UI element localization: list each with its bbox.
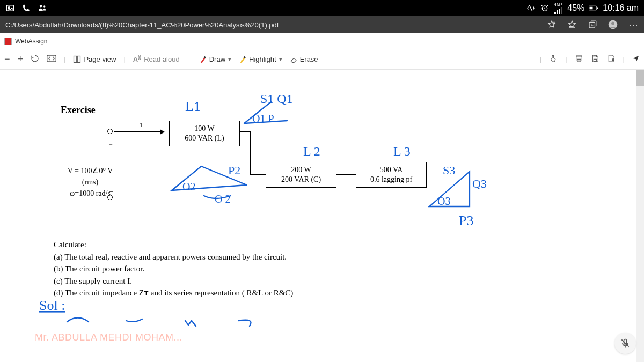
svg-rect-13	[78, 56, 80, 63]
plus-terminal: +	[109, 141, 113, 149]
profile-icon[interactable]	[608, 19, 618, 30]
svg-rect-20	[594, 59, 596, 61]
box2-line2: 200 VAR (C)	[281, 175, 321, 184]
wire	[240, 131, 251, 132]
pdf-page: Exercise 1 + − 100 W 600 VAR (L) 200 W 2…	[3, 70, 518, 362]
source-line1: V = 100∠0° V	[61, 165, 120, 176]
svg-point-1	[8, 7, 10, 9]
wire	[250, 131, 251, 174]
fit-page-icon[interactable]	[47, 55, 56, 64]
browser-tab[interactable]: WebAssign	[0, 33, 644, 49]
label-one: 1	[140, 121, 143, 129]
box1-line1: 100 W	[194, 124, 214, 134]
ink-L1: L1	[185, 99, 201, 114]
source-info: V = 100∠0° V (rms) ω=1000 rad/s	[61, 165, 120, 199]
save-as-icon[interactable]	[607, 54, 616, 64]
load-box-3: 500 VA 0.6 lagging pf	[356, 162, 427, 188]
contents-collapse-icon[interactable]: −	[4, 54, 10, 65]
print-icon[interactable]	[575, 54, 583, 64]
circuit-node-top	[107, 129, 113, 134]
item-d: (d) The circuit impedance Zᴛ and its ser…	[54, 287, 440, 299]
mic-muted-button[interactable]	[614, 333, 636, 354]
battery-icon	[589, 3, 598, 13]
tab-favicon-icon	[4, 38, 12, 45]
current-arrow-head	[160, 129, 165, 135]
eraser-icon	[290, 56, 297, 63]
page-view-button[interactable]: Page view	[73, 55, 116, 63]
favorites-list-icon[interactable]	[567, 19, 577, 30]
draw-label: Draw	[209, 55, 225, 63]
touch-icon[interactable]	[549, 54, 558, 64]
erase-button[interactable]: Erase	[290, 55, 318, 63]
rotate-reset-icon[interactable]	[31, 54, 39, 64]
ink-sol: Sol :	[39, 298, 65, 313]
scroll-thumb[interactable]	[636, 70, 644, 86]
highlight-label: Highlight	[249, 55, 276, 63]
pdf-viewport[interactable]: Exercise 1 + − 100 W 600 VAR (L) 200 W 2…	[0, 70, 644, 362]
tab-title: WebAssign	[15, 38, 47, 45]
box1-line2: 600 VAR (L)	[185, 134, 224, 143]
highlight-button[interactable]: Highlight ▾	[239, 55, 282, 63]
more-menu-icon[interactable]: ⋯	[628, 19, 639, 30]
chevron-down-icon: ▾	[228, 56, 231, 63]
vertical-scrollbar[interactable]	[636, 70, 644, 362]
draw-button[interactable]: Draw ▾	[199, 55, 231, 63]
source-line2: (rms)	[61, 176, 120, 188]
pen-red-icon	[199, 56, 207, 63]
read-aloud-button[interactable]: A)) Read aloud	[133, 55, 180, 63]
pin-toolbar-icon[interactable]	[632, 55, 640, 64]
mic-off-icon	[620, 338, 631, 349]
svg-point-10	[611, 22, 614, 25]
chevron-down-icon: ▾	[279, 56, 282, 63]
ink-L3: L 3	[393, 144, 411, 158]
url-field[interactable]: C:/Users/Abdullah/Downloads/(8)%20Chapte…	[5, 21, 541, 29]
svg-rect-19	[594, 55, 596, 57]
source-line3: ω=1000 rad/s	[61, 188, 120, 199]
svg-point-2	[40, 5, 42, 8]
ink-O2: O2	[182, 181, 195, 193]
current-arrow-line	[114, 131, 163, 132]
box3-line2: 0.6 lagging pf	[370, 175, 412, 184]
box2-line1: 200 W	[291, 165, 311, 175]
ink-L2: L 2	[303, 144, 320, 158]
item-b: (b) The circuit power factor.	[54, 263, 440, 275]
browser-address-row: C:/Users/Abdullah/Downloads/(8)%20Chapte…	[0, 16, 644, 33]
box3-line1: 500 VA	[380, 165, 403, 175]
ink-P2: P2	[228, 164, 240, 177]
author-watermark: Mr. ABDULLA MEHDI MOHAM...	[35, 332, 182, 343]
pdf-toolbar: − + | Page view | A)) Read aloud Draw ▾ …	[0, 49, 644, 70]
save-icon[interactable]	[591, 54, 599, 64]
read-aloud-label: Read aloud	[144, 55, 180, 63]
battery-percent: 45%	[567, 3, 584, 13]
wire	[250, 174, 266, 175]
ink-O3: O3	[437, 195, 450, 207]
load-box-1: 100 W 600 VAR (L)	[169, 121, 240, 146]
android-status-bar: 4G+ 45% 10:16 am	[0, 0, 644, 16]
ink-O1P: O1 P	[252, 113, 274, 124]
svg-rect-7	[597, 8, 598, 9]
load-box-2: 200 W 200 VAR (C)	[266, 162, 336, 188]
erase-label: Erase	[300, 55, 318, 63]
item-c: (c) The supply current I.	[54, 275, 440, 287]
svg-rect-6	[590, 7, 593, 10]
ink-P3: P3	[459, 213, 473, 228]
exercise-heading: Exercise	[61, 105, 96, 116]
calculate-heading: Calculate:	[54, 239, 440, 251]
highlighter-icon	[239, 56, 246, 63]
collections-icon[interactable]	[587, 19, 598, 30]
svg-rect-12	[74, 56, 77, 63]
alarm-icon	[540, 3, 550, 13]
teams-icon	[38, 3, 47, 13]
network-type-label: 4G+	[554, 2, 563, 7]
ink-Q3: Q3	[472, 177, 487, 190]
add-favorite-icon[interactable]	[546, 19, 557, 30]
calculate-block: Calculate: (a) The total real, reactive …	[54, 239, 440, 299]
vibrate-icon	[526, 3, 536, 13]
signal-bars-icon	[554, 7, 562, 14]
item-a: (a) The total real, reactive and apparen…	[54, 251, 440, 263]
add-icon[interactable]: +	[18, 54, 24, 65]
phone-icon	[21, 3, 31, 13]
wire	[336, 174, 356, 175]
ink-S3: S3	[443, 164, 455, 177]
page-view-label: Page view	[84, 55, 116, 63]
